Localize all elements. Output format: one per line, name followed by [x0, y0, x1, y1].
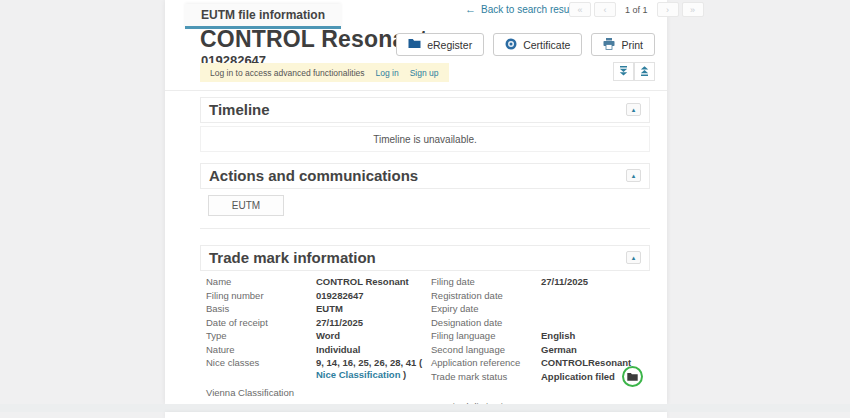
- field-value: Individual: [316, 344, 360, 356]
- trademark-right-column: Filing date 27/11/2025 Registration date…: [425, 276, 650, 415]
- pager-count: 1 of 1: [625, 5, 648, 15]
- field-value: German: [541, 344, 577, 356]
- expand-collapse-toggles: [613, 62, 655, 81]
- field-row-application-reference: Application reference CONTROLResonant: [425, 357, 650, 371]
- field-label: Name: [206, 276, 316, 288]
- field-row-vienna-classification: Vienna Classification: [200, 387, 425, 401]
- field-label: Expiry date: [431, 303, 541, 315]
- field-label: Filing date: [431, 276, 541, 288]
- timeline-empty-message: Timeline is unavailable.: [200, 126, 650, 152]
- field-row-type: Type Word: [200, 330, 425, 344]
- field-label: Filing language: [431, 330, 541, 342]
- nice-classes-value: 9, 14, 16, 25, 26, 28, 41 (: [316, 357, 422, 368]
- results-pager: « ‹ 1 of 1 › »: [569, 2, 704, 17]
- certificate-button-label: Certificate: [523, 39, 570, 51]
- field-label: Nice classes: [206, 357, 316, 369]
- eutm-actions-tab[interactable]: EUTM: [208, 195, 284, 216]
- field-label: Filing number: [206, 290, 316, 302]
- back-arrow-icon: ←: [465, 3, 476, 15]
- field-value: CONTROL Resonant: [316, 276, 409, 288]
- trademark-section-header: Trade mark information ▴: [200, 245, 650, 271]
- printer-icon: [603, 38, 615, 52]
- header-action-buttons: eRegister Certificate Print: [396, 33, 655, 56]
- collapse-all-icon: [640, 64, 649, 79]
- back-link-label: Back to search results: [481, 4, 579, 15]
- pager-first-button[interactable]: «: [569, 2, 591, 17]
- actions-section-body: EUTM: [200, 189, 650, 229]
- field-value: 27/11/2025: [541, 276, 588, 288]
- trademark-collapse-button[interactable]: ▴: [626, 251, 641, 264]
- field-row-expiry-date: Expiry date: [425, 303, 650, 317]
- sign-up-link[interactable]: Sign up: [410, 68, 439, 78]
- field-row-second-language: Second language German: [425, 344, 650, 358]
- expand-all-icon: [619, 64, 628, 79]
- field-row-registration-date: Registration date: [425, 290, 650, 304]
- field-label: Registration date: [431, 290, 541, 302]
- field-value: 27/11/2025: [316, 317, 363, 329]
- timeline-collapse-button[interactable]: ▴: [626, 103, 641, 116]
- timeline-section-title: Timeline: [209, 101, 270, 118]
- print-button-label: Print: [621, 39, 643, 51]
- field-label: Basis: [206, 303, 316, 315]
- actions-section-title: Actions and communications: [209, 167, 418, 184]
- eregister-button-label: eRegister: [427, 39, 472, 51]
- field-label: Application reference: [431, 357, 541, 369]
- trademark-section-title: Trade mark information: [209, 249, 376, 266]
- certificate-button[interactable]: Certificate: [493, 33, 582, 56]
- log-in-link[interactable]: Log in: [376, 68, 399, 78]
- field-value: Application filed: [541, 371, 643, 383]
- collapse-all-button[interactable]: [634, 62, 655, 81]
- expand-all-button[interactable]: [613, 62, 634, 81]
- field-row-filing-number: Filing number 019282647: [200, 290, 425, 304]
- field-row-name: Name CONTROL Resonant: [200, 276, 425, 290]
- section-gap: [0, 404, 850, 412]
- header-divider: [165, 90, 667, 91]
- actions-section-header: Actions and communications ▴: [200, 163, 650, 189]
- field-label: Type: [206, 330, 316, 342]
- seal-icon: [505, 38, 517, 52]
- pager-prev-button[interactable]: ‹: [594, 2, 616, 17]
- page-title: CONTROL Resonant: [200, 26, 428, 53]
- actions-communications-section: Actions and communications ▴ EUTM: [200, 163, 650, 229]
- trademark-section-body: Name CONTROL Resonant Filing number 0192…: [200, 271, 650, 418]
- next-section-edge: [165, 412, 667, 418]
- timeline-section-header: Timeline ▴: [200, 97, 650, 123]
- trademark-information-section: Trade mark information ▴ Name CONTROL Re…: [200, 245, 650, 418]
- trademark-left-column: Name CONTROL Resonant Filing number 0192…: [200, 276, 425, 415]
- field-row-nice-classes: Nice classes 9, 14, 16, 25, 26, 28, 41 (…: [200, 357, 425, 381]
- field-label: Designation date: [431, 317, 541, 329]
- field-value: 019282647: [316, 290, 364, 302]
- status-application-filed-icon: [622, 366, 643, 387]
- field-label: Date of receipt: [206, 317, 316, 329]
- status-value: Application filed: [541, 371, 615, 382]
- pager-last-button[interactable]: »: [682, 2, 704, 17]
- login-notice-message: Log in to access advanced functionalitie…: [210, 68, 365, 78]
- folder-icon: [408, 38, 421, 51]
- field-value: EUTM: [316, 303, 343, 315]
- print-button[interactable]: Print: [591, 33, 655, 56]
- actions-collapse-button[interactable]: ▴: [626, 169, 641, 182]
- field-row-designation-date: Designation date: [425, 317, 650, 331]
- field-value: English: [541, 330, 575, 342]
- field-value: Word: [316, 330, 340, 342]
- eregister-button[interactable]: eRegister: [396, 33, 484, 56]
- pager-next-button[interactable]: ›: [657, 2, 679, 17]
- panels: Timeline ▴ Timeline is unavailable. Acti…: [200, 97, 650, 418]
- timeline-section: Timeline ▴ Timeline is unavailable.: [200, 97, 650, 152]
- field-value: CONTROLResonant: [541, 357, 631, 369]
- nice-classification-link[interactable]: Nice Classification: [316, 369, 400, 380]
- field-row-basis: Basis EUTM: [200, 303, 425, 317]
- field-label: Vienna Classification: [206, 387, 316, 399]
- login-notice-bar: Log in to access advanced functionalitie…: [200, 63, 449, 82]
- nice-classes-suffix: ): [400, 369, 406, 380]
- field-row-nature: Nature Individual: [200, 344, 425, 358]
- field-row-filing-date: Filing date 27/11/2025: [425, 276, 650, 290]
- content-column: EUTM file information ←Back to search re…: [165, 0, 667, 404]
- field-row-filing-language: Filing language English: [425, 330, 650, 344]
- field-value: 9, 14, 16, 25, 26, 28, 41 ( Nice Classif…: [316, 357, 425, 381]
- back-to-search-link[interactable]: ←Back to search results: [465, 3, 579, 15]
- field-row-trade-mark-status: Trade mark status Application filed: [425, 371, 650, 385]
- field-label: Nature: [206, 344, 316, 356]
- field-label: Second language: [431, 344, 541, 356]
- field-label: Trade mark status: [431, 371, 541, 383]
